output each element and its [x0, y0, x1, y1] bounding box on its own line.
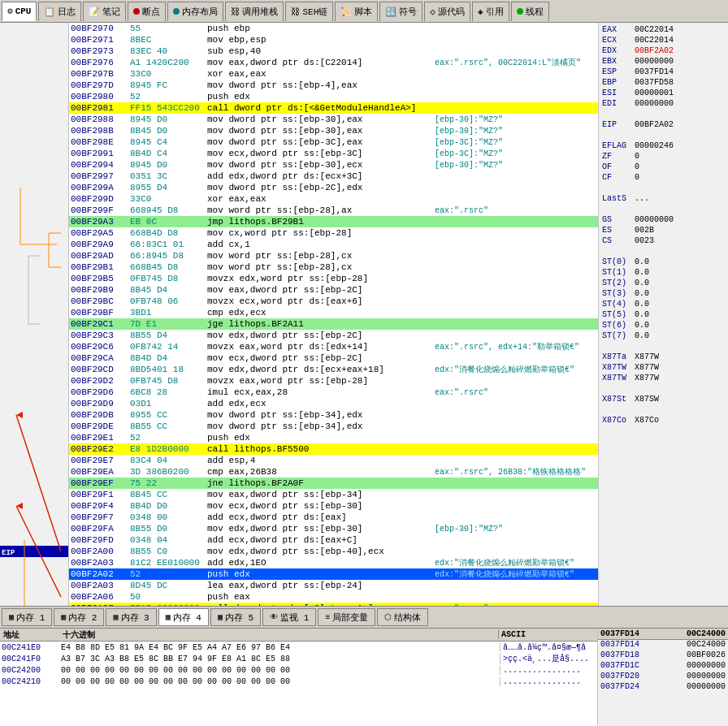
tab-script[interactable]: 📜 脚本	[335, 2, 378, 21]
disasm-row[interactable]: 00BF29B50FB745 D8movzx edx,word ptr ss:[…	[69, 273, 598, 284]
right-mem-val: 00000000	[687, 682, 726, 693]
register-value: 00000000	[635, 98, 674, 109]
disasm-row[interactable]: 00BF29718BECmov ebp,esp	[69, 34, 598, 45]
disasm-row[interactable]: 00BF298052push edx	[69, 91, 598, 102]
disasm-row[interactable]: 00BF29EF75 22jne lithops.BF2A0F	[69, 478, 598, 489]
tab-cpu[interactable]: ⚙ CPU	[2, 2, 37, 21]
bottom-tab-3[interactable]: ▦内存 4	[158, 608, 209, 626]
memory-row-addr: 00C24210	[0, 677, 61, 686]
bottom-tab-0[interactable]: ▦内存 1	[2, 608, 52, 626]
disasm-row[interactable]: 00BF297B33C0xor eax,eax	[69, 68, 598, 80]
disasm-row[interactable]: 00BF297383EC 40sub esp,40	[69, 45, 598, 57]
disasm-row[interactable]: 00BF2A0381C2 EE010000add edx,1EOedx:"消餐化…	[69, 557, 598, 568]
tab-log[interactable]: 📋 日志	[38, 2, 81, 21]
disasm-row[interactable]: 00BF29A966:83C1 01add cx,1	[69, 239, 598, 250]
disasm-row[interactable]: 00BF29F18B45 CCmov eax,dword ptr ss:[ebp…	[69, 489, 598, 500]
source-icon: ◇	[430, 6, 436, 17]
disasm-row[interactable]: 00BF29948945 D0mov dword ptr ss:[ebp-30]…	[69, 159, 598, 171]
tab-callstack[interactable]: ⛓ 调用堆栈	[225, 2, 284, 21]
bottom-tab-4[interactable]: ▦内存 5	[210, 608, 261, 626]
disasm-comment: eax:".rsrc"	[435, 388, 598, 397]
tab-memory-layout[interactable]: 内存布局	[167, 2, 223, 21]
disasm-row[interactable]: 00BF29D903D1add edx,ecx	[69, 398, 598, 409]
memory-row[interactable]: 00C241E0E4 B8 8D E5 81 9A E4 BC 9F E5 A4…	[0, 642, 597, 653]
mem-header-ascii: ASCII	[498, 630, 596, 639]
disasm-row[interactable]: 00BF299A8955 D4mov dword ptr ss:[ebp-2C]…	[69, 182, 598, 193]
disasm-row[interactable]: 00BF299D33C0xor eax,eax	[69, 193, 598, 205]
memory-row[interactable]: 00C2421000 00 00 00 00 00 00 00 00 00 00…	[0, 676, 597, 687]
disasm-row[interactable]: 00BF299F668945 D8mov word ptr ss:[ebp-28…	[69, 205, 598, 216]
disasm-row[interactable]: 00BF2981FF15 543CC200call dword ptr ds:[…	[69, 102, 598, 114]
disasm-row[interactable]: 00BF29B98B45 D4mov eax,dword ptr ss:[ebp…	[69, 284, 598, 296]
disasm-row[interactable]: 00BF2A038D45 DClea eax,dword ptr ss:[ebp…	[69, 580, 598, 591]
right-mem-addr: 0037FD24	[600, 682, 639, 693]
disasm-row[interactable]: 00BF29EA3D 386B0200cmp eax,26B38eax:".rs…	[69, 466, 598, 478]
disasm-row[interactable]: 00BF29DB8955 CCmov dword ptr ss:[ebp-34]…	[69, 409, 598, 421]
disasm-row[interactable]: 00BF2976A1 1420C200mov eax,dword ptr ds:…	[69, 57, 598, 68]
disasm-row[interactable]: 00BF29C60FB742 14movzx eax,word ptr ds:[…	[69, 341, 598, 352]
disasm-row[interactable]: 00BF29BF3BD1cmp edx,ecx	[69, 307, 598, 318]
tab-breakpoints[interactable]: 断点	[128, 2, 166, 21]
register-row: ST(0)0.0	[600, 257, 726, 267]
bottom-tab-icon: 👁	[270, 612, 278, 622]
bottom-tab-2[interactable]: ▦内存 3	[106, 608, 156, 626]
disasm-bytes: 8D45 DC	[130, 581, 207, 590]
disasm-row[interactable]: 00BF2A0252push edxedx:"消餐化烧煽么籼碎燃勤举箱锁€"	[69, 568, 598, 580]
disasm-row[interactable]: 00BF29C38B55 D4mov edx,dword ptr ss:[ebp…	[69, 330, 598, 341]
bottom-tab-6[interactable]: ≡局部变量	[318, 608, 375, 626]
disasm-row[interactable]: 00BF29918B4D C4mov ecx,dword ptr ss:[ebp…	[69, 148, 598, 159]
disasm-row[interactable]: 00BF29D20FB745 D8movzx eax,word ptr ss:[…	[69, 375, 598, 387]
disasm-row[interactable]: 00BF297055push ebp	[69, 23, 598, 34]
register-row: ST(7)0.0	[600, 331, 726, 341]
disasm-instruction: mov dword ptr ss:[ebp-34],edx	[207, 421, 435, 431]
disasm-row[interactable]: 00BF29FD0348 04add ecx,dword ptr ds:[eax…	[69, 534, 598, 546]
disasm-addr: 00BF29E7	[69, 456, 130, 465]
bottom-tab-icon: ⬡	[384, 612, 392, 622]
bottom-tab-5[interactable]: 👁监视 1	[262, 608, 316, 626]
disasm-row[interactable]: 00BF298E8945 C4mov dword ptr ss:[ebp-3C]…	[69, 136, 598, 148]
disasm-row[interactable]: 00BF2A07FF15 683CC200call dword ptr ds:[…	[69, 603, 598, 606]
tab-symbols[interactable]: 🔣 符号	[379, 2, 422, 21]
register-value: 0.0	[635, 257, 649, 267]
bottom-tab-7[interactable]: ⬡结构体	[377, 608, 428, 626]
disasm-row[interactable]: 00BF29F70348 00add ecx,dword ptr ds:[eax…	[69, 512, 598, 523]
disasm-row[interactable]: 00BF29888945 D0mov dword ptr ss:[ebp-30]…	[69, 114, 598, 125]
memory-panel[interactable]: 地址十六进制ASCII00C241E0E4 B8 8D E5 81 9A E4 …	[0, 629, 598, 726]
tab-seh[interactable]: ⛓ SEH链	[285, 2, 333, 21]
disasm-row[interactable]: 00BF2A0650push eax	[69, 591, 598, 603]
tab-threads[interactable]: 线程	[511, 2, 549, 21]
disasm-row[interactable]: 00BF29F48B4D D0mov ecx,dword ptr ss:[ebp…	[69, 500, 598, 512]
breakpoint-dot	[133, 8, 140, 15]
disasm-addr: 00BF2981	[69, 103, 130, 113]
tab-source[interactable]: ◇ 源代码	[424, 2, 470, 21]
disasm-row[interactable]: 00BF29FA8B55 D0mov edx,dword ptr ss:[ebp…	[69, 523, 598, 534]
disasm-row[interactable]: 00BF29970351 3Cadd edx,dword ptr ds:[ecx…	[69, 171, 598, 182]
disasm-row[interactable]: 00BF29D66BC8 28imul ecx,eax,28eax:".rsrc…	[69, 387, 598, 398]
disasm-addr: 00BF29D2	[69, 376, 130, 386]
disasm-row[interactable]: 00BF29E2E8 1D2B0000call lithops.BF5500	[69, 443, 598, 455]
disasm-row[interactable]: 00BF29CD8BD5401 18mov edx,dword ptr ds:[…	[69, 364, 598, 375]
disasm-row[interactable]: 00BF2A008B55 C0mov edx,dword ptr ss:[ebp…	[69, 546, 598, 557]
disasm-row[interactable]: 00BF29E783C4 04add esp,4	[69, 455, 598, 466]
memory-row[interactable]: 00C241F0A3 B7 3C A3 B8 E5 8C BB E7 94 9F…	[0, 653, 597, 664]
bottom-tab-1[interactable]: ▦内存 2	[54, 608, 104, 626]
disasm-row[interactable]: 00BF29BC0FB748 06movzx ecx,word ptr ds:[…	[69, 296, 598, 307]
tab-notes[interactable]: 📝 笔记	[83, 2, 126, 21]
disasm-row[interactable]: 00BF29C17D E1jge lithops.BF2A11	[69, 318, 598, 330]
disasm-row[interactable]: 00BF29AD66:8945 D8mov word ptr ss:[ebp-2…	[69, 250, 598, 261]
disasm-row[interactable]: 00BF29DE8B55 CCmov dword ptr ss:[ebp-34]…	[69, 421, 598, 432]
disasm-panel[interactable]: 00BF297055push ebp00BF29718BECmov ebp,es…	[69, 23, 598, 606]
tab-refs[interactable]: ◈ 引用	[472, 2, 509, 21]
register-row: EFLAG00000246	[600, 140, 726, 151]
register-row: ST(1)0.0	[600, 267, 726, 278]
disasm-row[interactable]: 00BF29CA8B4D D4mov ecx,dword ptr ss:[ebp…	[69, 352, 598, 364]
disasm-row[interactable]: 00BF298B8B45 D0mov dword ptr ss:[ebp-30]…	[69, 125, 598, 136]
disasm-row[interactable]: 00BF297D8945 FCmov dword ptr ss:[ebp-4],…	[69, 80, 598, 91]
disasm-row[interactable]: 00BF29A5668B4D D8mov cx,word ptr ss:[ebp…	[69, 227, 598, 239]
disasm-row[interactable]: 00BF29E152push edx	[69, 432, 598, 443]
right-mem-val: 00C24000	[687, 640, 726, 650]
memory-row[interactable]: 00C2420000 00 00 00 00 00 00 00 00 00 00…	[0, 664, 597, 676]
disasm-row[interactable]: 00BF29A3EB 0Cjmp lithops.BF29B1	[69, 216, 598, 227]
disasm-row[interactable]: 00BF29B1668B45 D8mov word ptr ss:[ebp-28…	[69, 261, 598, 273]
register-row: OF0	[600, 162, 726, 172]
